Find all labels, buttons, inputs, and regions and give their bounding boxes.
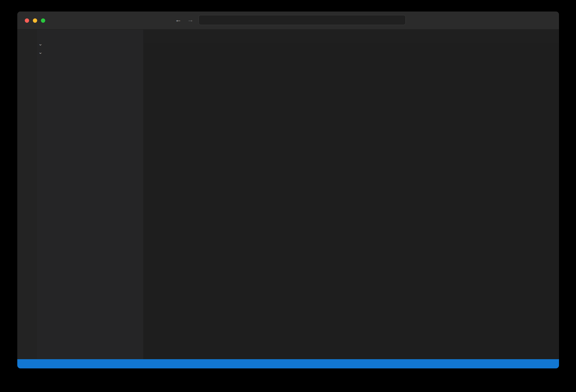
history-nav: ← → xyxy=(175,16,194,24)
zoom-window-button[interactable] xyxy=(41,18,45,23)
explorer-sidebar: › › xyxy=(37,30,143,359)
tab-strip xyxy=(143,30,559,43)
open-editors-header[interactable]: › xyxy=(37,41,143,49)
back-icon[interactable]: ← xyxy=(175,16,182,24)
breadcrumb xyxy=(143,43,559,52)
activity-bar xyxy=(17,30,37,359)
minimize-window-button[interactable] xyxy=(33,18,37,23)
chevron-down-icon: › xyxy=(38,42,44,47)
titlebar: ← → xyxy=(17,12,559,30)
close-window-button[interactable] xyxy=(25,18,29,23)
editor-column xyxy=(143,30,559,359)
code-editor[interactable] xyxy=(143,52,559,359)
window-controls xyxy=(25,18,45,23)
project-root-header[interactable]: › xyxy=(37,49,143,57)
command-center-search[interactable] xyxy=(199,15,406,25)
chevron-down-icon: › xyxy=(38,51,44,56)
forward-icon[interactable]: → xyxy=(187,16,194,24)
screen: ← → › › xyxy=(0,0,576,392)
vscode-window: ← → › › xyxy=(17,12,559,368)
status-bar xyxy=(17,359,559,368)
main-row: › › xyxy=(17,30,559,359)
sidebar-header xyxy=(37,30,143,41)
search-icon xyxy=(299,18,303,22)
